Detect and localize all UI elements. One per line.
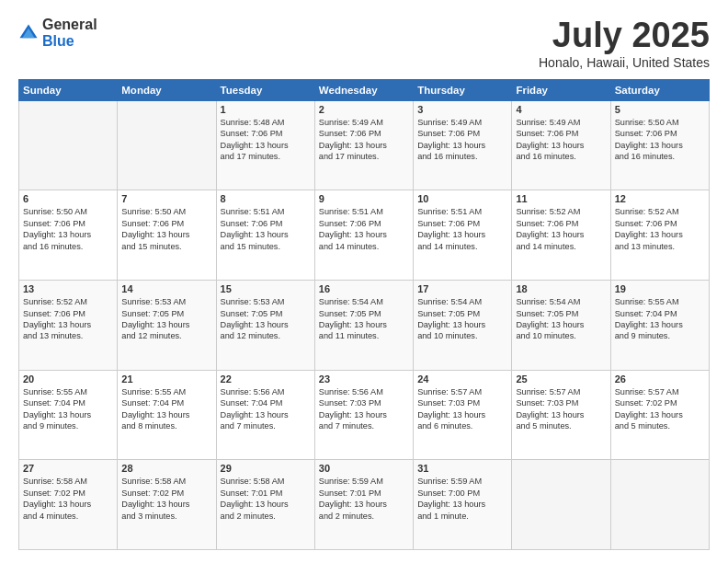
day-info: Sunrise: 5:51 AM Sunset: 7:06 PM Dayligh… — [417, 206, 507, 252]
day-info: Sunrise: 5:49 AM Sunset: 7:06 PM Dayligh… — [516, 117, 606, 163]
day-info: Sunrise: 5:52 AM Sunset: 7:06 PM Dayligh… — [516, 206, 606, 252]
day-info: Sunrise: 5:58 AM Sunset: 7:02 PM Dayligh… — [23, 476, 113, 522]
day-number: 1 — [221, 104, 311, 115]
logo-blue: Blue — [42, 33, 74, 49]
day-info: Sunrise: 5:48 AM Sunset: 7:06 PM Dayligh… — [221, 117, 311, 163]
calendar-week-row: 6Sunrise: 5:50 AM Sunset: 7:06 PM Daylig… — [19, 190, 710, 281]
day-info: Sunrise: 5:52 AM Sunset: 7:06 PM Dayligh… — [23, 296, 113, 342]
calendar-cell: 9Sunrise: 5:51 AM Sunset: 7:06 PM Daylig… — [314, 190, 413, 281]
day-info: Sunrise: 5:58 AM Sunset: 7:02 PM Dayligh… — [121, 476, 211, 522]
calendar-cell: 20Sunrise: 5:55 AM Sunset: 7:04 PM Dayli… — [19, 370, 118, 460]
calendar-header-wednesday: Wednesday — [314, 79, 413, 100]
day-number: 12 — [615, 193, 705, 204]
calendar-week-row: 13Sunrise: 5:52 AM Sunset: 7:06 PM Dayli… — [19, 281, 710, 371]
day-number: 28 — [121, 463, 211, 474]
day-info: Sunrise: 5:57 AM Sunset: 7:03 PM Dayligh… — [417, 386, 507, 432]
day-info: Sunrise: 5:58 AM Sunset: 7:01 PM Dayligh… — [221, 476, 311, 522]
calendar-cell: 21Sunrise: 5:55 AM Sunset: 7:04 PM Dayli… — [118, 370, 216, 460]
calendar-cell: 7Sunrise: 5:50 AM Sunset: 7:06 PM Daylig… — [118, 190, 216, 281]
day-number: 23 — [319, 373, 409, 385]
day-number: 11 — [516, 193, 606, 204]
day-number: 5 — [615, 104, 705, 115]
title-block: July 2025 Honalo, Hawaii, United States — [539, 17, 710, 70]
day-number: 25 — [516, 373, 606, 385]
day-info: Sunrise: 5:50 AM Sunset: 7:06 PM Dayligh… — [23, 206, 113, 252]
day-number: 24 — [417, 373, 507, 385]
day-info: Sunrise: 5:56 AM Sunset: 7:03 PM Dayligh… — [319, 386, 409, 432]
day-info: Sunrise: 5:52 AM Sunset: 7:06 PM Dayligh… — [615, 206, 705, 252]
day-number: 14 — [121, 283, 211, 294]
calendar-cell: 11Sunrise: 5:52 AM Sunset: 7:06 PM Dayli… — [512, 190, 610, 281]
day-info: Sunrise: 5:57 AM Sunset: 7:02 PM Dayligh… — [615, 386, 705, 432]
day-number: 10 — [417, 193, 507, 204]
month-title: July 2025 — [539, 17, 710, 55]
calendar-cell — [512, 460, 610, 550]
day-info: Sunrise: 5:53 AM Sunset: 7:05 PM Dayligh… — [221, 296, 311, 342]
calendar-header-thursday: Thursday — [414, 79, 512, 100]
calendar-cell: 12Sunrise: 5:52 AM Sunset: 7:06 PM Dayli… — [610, 190, 709, 281]
calendar-cell: 22Sunrise: 5:56 AM Sunset: 7:04 PM Dayli… — [216, 370, 314, 460]
calendar-cell: 31Sunrise: 5:59 AM Sunset: 7:00 PM Dayli… — [414, 460, 512, 550]
calendar-table: SundayMondayTuesdayWednesdayThursdayFrid… — [18, 79, 710, 550]
day-number: 27 — [23, 463, 113, 474]
day-info: Sunrise: 5:54 AM Sunset: 7:05 PM Dayligh… — [516, 296, 606, 342]
calendar-cell: 25Sunrise: 5:57 AM Sunset: 7:03 PM Dayli… — [512, 370, 610, 460]
calendar-cell: 8Sunrise: 5:51 AM Sunset: 7:06 PM Daylig… — [216, 190, 314, 281]
day-number: 3 — [417, 104, 507, 115]
calendar-cell — [118, 100, 216, 190]
day-info: Sunrise: 5:51 AM Sunset: 7:06 PM Dayligh… — [221, 206, 311, 252]
calendar-cell: 13Sunrise: 5:52 AM Sunset: 7:06 PM Dayli… — [19, 281, 118, 371]
logo-general: General — [42, 17, 97, 32]
calendar-cell: 16Sunrise: 5:54 AM Sunset: 7:05 PM Dayli… — [314, 281, 413, 371]
calendar-cell: 6Sunrise: 5:50 AM Sunset: 7:06 PM Daylig… — [19, 190, 118, 281]
calendar-cell: 18Sunrise: 5:54 AM Sunset: 7:05 PM Dayli… — [512, 281, 610, 371]
calendar-header-monday: Monday — [118, 79, 216, 100]
day-info: Sunrise: 5:55 AM Sunset: 7:04 PM Dayligh… — [615, 296, 705, 342]
calendar-header-row: SundayMondayTuesdayWednesdayThursdayFrid… — [19, 79, 710, 100]
day-number: 15 — [221, 283, 311, 294]
calendar-cell: 4Sunrise: 5:49 AM Sunset: 7:06 PM Daylig… — [512, 100, 610, 190]
day-number: 21 — [121, 373, 211, 385]
calendar-cell: 19Sunrise: 5:55 AM Sunset: 7:04 PM Dayli… — [610, 281, 709, 371]
calendar-header-saturday: Saturday — [610, 79, 709, 100]
calendar-week-row: 27Sunrise: 5:58 AM Sunset: 7:02 PM Dayli… — [19, 460, 710, 550]
day-number: 7 — [121, 193, 211, 204]
calendar-cell — [610, 460, 709, 550]
calendar-cell: 14Sunrise: 5:53 AM Sunset: 7:05 PM Dayli… — [118, 281, 216, 371]
day-info: Sunrise: 5:59 AM Sunset: 7:01 PM Dayligh… — [319, 476, 409, 522]
calendar-cell: 24Sunrise: 5:57 AM Sunset: 7:03 PM Dayli… — [414, 370, 512, 460]
calendar-cell: 29Sunrise: 5:58 AM Sunset: 7:01 PM Dayli… — [216, 460, 314, 550]
day-number: 18 — [516, 283, 606, 294]
day-number: 22 — [221, 373, 311, 385]
calendar-week-row: 1Sunrise: 5:48 AM Sunset: 7:06 PM Daylig… — [19, 100, 710, 190]
day-info: Sunrise: 5:49 AM Sunset: 7:06 PM Dayligh… — [417, 117, 507, 163]
calendar-cell: 10Sunrise: 5:51 AM Sunset: 7:06 PM Dayli… — [414, 190, 512, 281]
calendar-week-row: 20Sunrise: 5:55 AM Sunset: 7:04 PM Dayli… — [19, 370, 710, 460]
day-info: Sunrise: 5:57 AM Sunset: 7:03 PM Dayligh… — [516, 386, 606, 432]
logo-text: General Blue — [42, 17, 97, 50]
calendar-cell: 1Sunrise: 5:48 AM Sunset: 7:06 PM Daylig… — [216, 100, 314, 190]
day-info: Sunrise: 5:55 AM Sunset: 7:04 PM Dayligh… — [23, 386, 113, 432]
day-number: 4 — [516, 104, 606, 115]
logo-icon — [18, 23, 39, 43]
day-number: 30 — [319, 463, 409, 474]
day-info: Sunrise: 5:49 AM Sunset: 7:06 PM Dayligh… — [319, 117, 409, 163]
day-info: Sunrise: 5:50 AM Sunset: 7:06 PM Dayligh… — [121, 206, 211, 252]
day-number: 2 — [319, 104, 409, 115]
day-info: Sunrise: 5:54 AM Sunset: 7:05 PM Dayligh… — [417, 296, 507, 342]
calendar-header-sunday: Sunday — [19, 79, 118, 100]
day-info: Sunrise: 5:53 AM Sunset: 7:05 PM Dayligh… — [121, 296, 211, 342]
calendar-cell: 23Sunrise: 5:56 AM Sunset: 7:03 PM Dayli… — [314, 370, 413, 460]
calendar-cell: 2Sunrise: 5:49 AM Sunset: 7:06 PM Daylig… — [314, 100, 413, 190]
day-number: 16 — [319, 283, 409, 294]
day-number: 19 — [615, 283, 705, 294]
day-number: 20 — [23, 373, 113, 385]
day-number: 29 — [221, 463, 311, 474]
day-info: Sunrise: 5:51 AM Sunset: 7:06 PM Dayligh… — [319, 206, 409, 252]
page: General Blue July 2025 Honalo, Hawaii, U… — [0, 0, 728, 563]
logo: General Blue — [18, 17, 97, 50]
calendar-cell: 27Sunrise: 5:58 AM Sunset: 7:02 PM Dayli… — [19, 460, 118, 550]
day-number: 9 — [319, 193, 409, 204]
day-number: 8 — [221, 193, 311, 204]
calendar-header-tuesday: Tuesday — [216, 79, 314, 100]
